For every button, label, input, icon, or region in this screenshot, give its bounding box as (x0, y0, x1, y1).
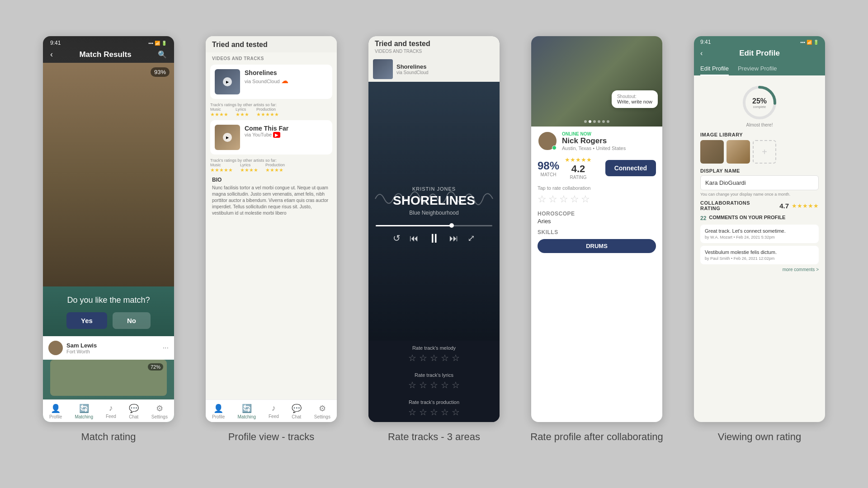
nav-item-profile-2[interactable]: 👤 Profile (212, 404, 225, 419)
matching-nav-icon: 🔄 (79, 404, 89, 413)
collab-label: Tap to rate collaboration (538, 185, 656, 191)
collab-section: Tap to rate collaboration ☆ ☆ ☆ ☆ ☆ (531, 183, 662, 208)
rate-production-stars[interactable]: ☆ ☆ ☆ ☆ ☆ (376, 407, 492, 418)
rate-melody-stars[interactable]: ☆ ☆ ☆ ☆ ☆ (376, 352, 492, 363)
library-img-1[interactable] (700, 140, 724, 164)
play-icon-2[interactable]: ▶ (223, 133, 232, 142)
display-name-input[interactable] (700, 175, 819, 190)
caption-profile-tracks: Profile view - tracks (228, 431, 315, 443)
nav-item-settings-1[interactable]: ⚙ Settings (151, 404, 168, 419)
tab-preview-profile[interactable]: Preview Profile (738, 62, 777, 75)
phone1-avatar (48, 341, 63, 355)
phone1-user-area: Sam Lewis Fort Worth ··· (43, 336, 174, 360)
phone1-header: ‹ Match Results 🔍 (43, 48, 174, 63)
rating-label: RATING (565, 175, 592, 180)
prev-icon[interactable]: ⏮ (410, 233, 419, 244)
dot-4 (598, 120, 600, 123)
shoutout-bubble: Shoutout: Write, write now (612, 90, 658, 108)
next-icon[interactable]: ⏭ (449, 233, 458, 244)
track-thumb-small (373, 59, 393, 79)
dot-3 (593, 120, 596, 123)
horoscope-value: Aries (531, 218, 662, 226)
track-card-2: ▶ Come This Far via YouTube ▶ (210, 120, 332, 155)
dot-5 (602, 120, 605, 123)
more-comments-link[interactable]: more comments > (700, 267, 819, 272)
phone4-username: Nick Rogers (562, 136, 656, 145)
tab-edit-profile[interactable]: Edit Profile (700, 62, 729, 75)
nav-label-chat-1: Chat (129, 414, 138, 419)
profile-nav-icon: 👤 (51, 404, 61, 413)
phone5-title: Edit Profile (739, 49, 780, 58)
wifi-icon-5: 📶 (807, 40, 812, 45)
phone3-track-name: Shorelines (396, 63, 495, 70)
phone-panel-rate-profile: Shoutout: Write, write now ONLINE NOW Ni… (515, 36, 678, 443)
almost-there: Almost there! (746, 122, 773, 127)
phone1-location: Fort Worth (66, 349, 97, 354)
rating-section: ★★★★★ 4.2 RATING (565, 156, 592, 180)
nav-item-chat-2[interactable]: 💬 Chat (292, 404, 302, 419)
phone3-track-source: via SoundCloud (396, 70, 495, 75)
shuffle-icon[interactable]: ⤢ (467, 233, 475, 244)
nav-item-feed-2[interactable]: ♪ Feed (269, 404, 279, 419)
stars-row-2: Music ★★★★★ Lyrics ★★★★ Production ★★★★ (210, 163, 332, 173)
phone-panel-match-rating: 9:41 ▪▪▪ 📶 🔋 ‹ Match Results 🔍 93% Do (27, 36, 190, 443)
skills-title: SKILLS (531, 226, 662, 236)
player-controls: ↺ ⏮ ⏸ ⏭ ⤢ (393, 231, 475, 246)
collab-num: 4.7 (779, 202, 789, 210)
repeat-icon[interactable]: ↺ (393, 233, 401, 244)
phone2-title: Tried and tested (212, 41, 330, 49)
back-icon-1[interactable]: ‹ (50, 50, 53, 59)
add-image-button[interactable]: + (753, 140, 776, 164)
phone-frame-2: Tried and tested VIDEOS AND TRACKS ▶ Sho… (206, 36, 337, 422)
nav-item-matching-2[interactable]: 🔄 Matching (237, 404, 256, 419)
track-source-1: via SoundCloud ☁ (245, 76, 328, 85)
phone4-hero: Shoutout: Write, write now (531, 36, 662, 127)
track-info-small: Shorelines via SoundCloud (396, 63, 495, 75)
progress-dot (449, 223, 454, 228)
rating-num: 4.2 (565, 163, 592, 175)
wifi-icon: 📶 (155, 41, 160, 46)
nav-label-settings-1: Settings (151, 414, 168, 419)
phone3-top-title: Tried and tested (375, 40, 493, 48)
nav-item-profile-1[interactable]: 👤 Profile (49, 404, 62, 419)
shoutout-text: Write, write now (617, 99, 652, 104)
back-icon-5[interactable]: ‹ (700, 49, 703, 57)
connected-button[interactable]: Connected (605, 160, 656, 176)
nav-item-chat-1[interactable]: 💬 Chat (129, 404, 139, 419)
progress-circle: 25% complete Almost there! (700, 84, 819, 127)
signal-icon: ▪▪▪ (148, 41, 153, 46)
yes-button[interactable]: Yes (66, 312, 107, 329)
status-bar-1: 9:41 ▪▪▪ 📶 🔋 (43, 36, 174, 48)
rate-lyrics-stars[interactable]: ☆ ☆ ☆ ☆ ☆ (376, 380, 492, 390)
comment-count: 22 (700, 215, 706, 221)
phone2-section-label: VIDEOS AND TRACKS (206, 52, 337, 63)
nav-item-settings-2[interactable]: ⚙ Settings (314, 404, 330, 419)
music-stars-2: Music ★★★★★ (210, 163, 233, 173)
phone2-bottom-nav: 👤 Profile 🔄 Matching ♪ Feed 💬 Chat ⚙ (206, 399, 337, 422)
settings-nav-icon: ⚙ (156, 404, 163, 413)
comment-meta-1: by W.A. Mozart • Feb 24, 2021 5:32pm (705, 235, 814, 239)
comments-header: 22 COMMENTS ON YOUR PROFILE (700, 215, 819, 222)
lyrics-stars-2: Lyrics ★★★★ (240, 163, 258, 173)
match-label: MATCH (538, 172, 559, 177)
display-name-hint: You can change your display name once a … (700, 192, 819, 197)
rate-lyrics-label: Rate track's lyrics (376, 372, 492, 378)
phone1-image-area: 93% (43, 63, 174, 286)
progress-bar[interactable] (376, 225, 492, 226)
nav-item-feed-1[interactable]: ♪ Feed (106, 404, 116, 419)
library-img-2[interactable] (726, 140, 750, 164)
phone2-bio: BIO Nunc facilisis tortor a vel morbi co… (206, 174, 337, 219)
rate-production-section: Rate track's production ☆ ☆ ☆ ☆ ☆ (368, 395, 500, 422)
track-name-1: Shorelines (245, 69, 328, 76)
pause-icon[interactable]: ⏸ (428, 231, 440, 246)
feed-nav-icon: ♪ (109, 404, 113, 413)
match-pct-value: 98% (538, 160, 559, 172)
play-icon-1[interactable]: ▶ (223, 77, 232, 86)
comments-title: COMMENTS ON YOUR PROFILE (709, 215, 785, 220)
collab-stars[interactable]: ☆ ☆ ☆ ☆ ☆ (538, 193, 656, 205)
no-button[interactable]: No (113, 312, 151, 329)
more-options-icon[interactable]: ··· (163, 344, 169, 352)
search-icon-1[interactable]: 🔍 (158, 50, 167, 59)
phone1-buttons: Yes No (50, 312, 167, 329)
nav-item-matching-1[interactable]: 🔄 Matching (75, 404, 93, 419)
